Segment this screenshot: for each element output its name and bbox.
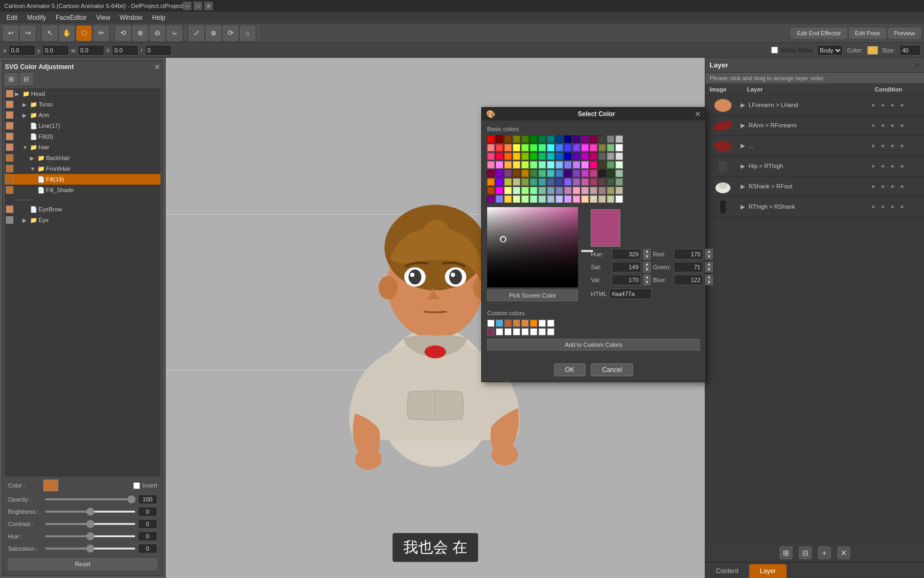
basic-color-cell[interactable]: [607, 170, 614, 177]
basic-color-cell[interactable]: [556, 170, 563, 177]
basic-color-cell[interactable]: [607, 178, 614, 186]
color-dialog-close-button[interactable]: ✕: [695, 110, 701, 118]
basic-color-cell[interactable]: [564, 195, 572, 203]
green-down[interactable]: ▼: [705, 267, 713, 272]
bone-tool[interactable]: ⟲: [116, 26, 130, 41]
basic-color-cell[interactable]: [590, 153, 597, 160]
basic-color-cell[interactable]: [538, 153, 546, 160]
basic-color-cell[interactable]: [581, 153, 589, 160]
basic-color-cell[interactable]: [530, 170, 537, 177]
basic-color-cell[interactable]: [538, 187, 546, 194]
basic-color-cell[interactable]: [556, 153, 563, 160]
basic-color-cell[interactable]: [564, 135, 572, 143]
basic-color-cell[interactable]: [581, 135, 589, 143]
basic-color-cell[interactable]: [504, 144, 512, 151]
basic-color-cell[interactable]: [496, 144, 503, 151]
basic-color-cell[interactable]: [547, 135, 555, 143]
basic-color-cell[interactable]: [521, 195, 529, 203]
custom-color-cell[interactable]: [530, 328, 537, 336]
svg-icon-1[interactable]: ⊞: [5, 73, 18, 85]
menu-edit[interactable]: Edit: [2, 13, 22, 22]
reset-button[interactable]: Reset: [8, 558, 157, 570]
basic-color-cell[interactable]: [504, 161, 512, 169]
tree-item-fill19[interactable]: 📄 Fill(19): [5, 174, 160, 185]
val-value-input[interactable]: [612, 275, 641, 285]
basic-color-cell[interactable]: [556, 144, 563, 151]
layer-row-rshank-rfoot[interactable]: ▶ RShank > RFoot ✦ ✦ ✦ ✦: [705, 177, 924, 197]
tree-item-torso[interactable]: ▶ 📁 Torso: [5, 99, 160, 110]
basic-color-cell[interactable]: [530, 178, 537, 186]
basic-color-cell[interactable]: [598, 178, 606, 186]
basic-color-cell[interactable]: [598, 153, 606, 160]
basic-color-cell[interactable]: [521, 161, 529, 169]
basic-color-cell[interactable]: [590, 178, 597, 186]
basic-color-cell[interactable]: [496, 178, 503, 186]
custom-color-cell[interactable]: [496, 320, 503, 327]
contrast-slider[interactable]: [45, 523, 136, 525]
red-up[interactable]: ▲: [705, 249, 713, 254]
add-to-custom-button[interactable]: Add to Custom Colors: [487, 339, 700, 351]
basic-color-cell[interactable]: [530, 161, 537, 169]
val-up[interactable]: ▲: [643, 275, 651, 280]
minimize-button[interactable]: ─: [183, 2, 191, 10]
layer-row-rarm-rforearm[interactable]: ▶ RArm > RForearm ✦ ✦ ✦ ✦: [705, 116, 924, 136]
menu-view[interactable]: View: [92, 13, 114, 22]
basic-color-cell[interactable]: [573, 144, 580, 151]
color-gradient[interactable]: +: [487, 207, 578, 287]
basic-color-cell[interactable]: [504, 153, 512, 160]
basic-color-cell[interactable]: [556, 178, 563, 186]
basic-color-cell[interactable]: [581, 170, 589, 177]
basic-color-cell[interactable]: [487, 161, 495, 169]
custom-color-cell[interactable]: [521, 328, 529, 336]
basic-color-cell[interactable]: [496, 135, 503, 143]
basic-color-cell[interactable]: [607, 187, 614, 194]
undo-button[interactable]: ↩: [3, 26, 18, 41]
layer-row-hip-rthigh[interactable]: ▶ Hip > RThigh ✦ ✦ ✦ ✦: [705, 156, 924, 177]
maximize-button[interactable]: □: [194, 2, 202, 10]
tree-item-fronthair[interactable]: ▼ 📁 FrontHair: [5, 163, 160, 174]
basic-color-cell[interactable]: [615, 135, 623, 143]
basic-color-cell[interactable]: [573, 195, 580, 203]
contrast-value[interactable]: [138, 519, 157, 529]
color-swatch-main[interactable]: [43, 480, 58, 491]
basic-color-cell[interactable]: [581, 195, 589, 203]
custom-color-cell[interactable]: [496, 328, 503, 336]
menu-window[interactable]: Window: [116, 13, 147, 22]
basic-color-cell[interactable]: [487, 195, 495, 203]
basic-color-cell[interactable]: [615, 161, 623, 169]
basic-color-cell[interactable]: [581, 161, 589, 169]
basic-color-cell[interactable]: [581, 187, 589, 194]
y-input[interactable]: [42, 45, 69, 56]
refresh-tool[interactable]: ⟳: [223, 26, 238, 41]
sat-down[interactable]: ▼: [643, 267, 651, 272]
layer-move-up-button[interactable]: +: [818, 546, 831, 559]
r-input[interactable]: [145, 45, 172, 56]
custom-color-cell[interactable]: [504, 320, 512, 327]
custom-color-cell[interactable]: [538, 328, 546, 336]
basic-color-cell[interactable]: [547, 170, 555, 177]
lasso-tool[interactable]: ⬡: [76, 26, 91, 41]
basic-color-cell[interactable]: [556, 195, 563, 203]
basic-color-cell[interactable]: [487, 144, 495, 151]
basic-color-cell[interactable]: [538, 135, 546, 143]
basic-color-cell[interactable]: [556, 187, 563, 194]
basic-color-cell[interactable]: [496, 153, 503, 160]
basic-color-cell[interactable]: [521, 178, 529, 186]
close-button[interactable]: ✕: [204, 2, 213, 10]
show-bone-checkbox[interactable]: [771, 47, 778, 54]
basic-color-cell[interactable]: [573, 170, 580, 177]
basic-color-cell[interactable]: [598, 195, 606, 203]
pick-screen-button[interactable]: Pick Screen Color: [487, 290, 578, 301]
brightness-slider[interactable]: [45, 511, 136, 513]
basic-color-cell[interactable]: [590, 187, 597, 194]
redo-button[interactable]: ↪: [20, 26, 35, 41]
opacity-slider[interactable]: [45, 498, 136, 500]
tab-content[interactable]: Content: [705, 564, 749, 578]
basic-color-cell[interactable]: [564, 144, 572, 151]
basic-color-cell[interactable]: [538, 170, 546, 177]
custom-color-cell[interactable]: [547, 320, 555, 327]
tree-item-fill0[interactable]: 📄 Fill(0): [5, 131, 160, 142]
basic-color-cell[interactable]: [590, 161, 597, 169]
basic-color-cell[interactable]: [573, 153, 580, 160]
basic-color-cell[interactable]: [513, 187, 520, 194]
